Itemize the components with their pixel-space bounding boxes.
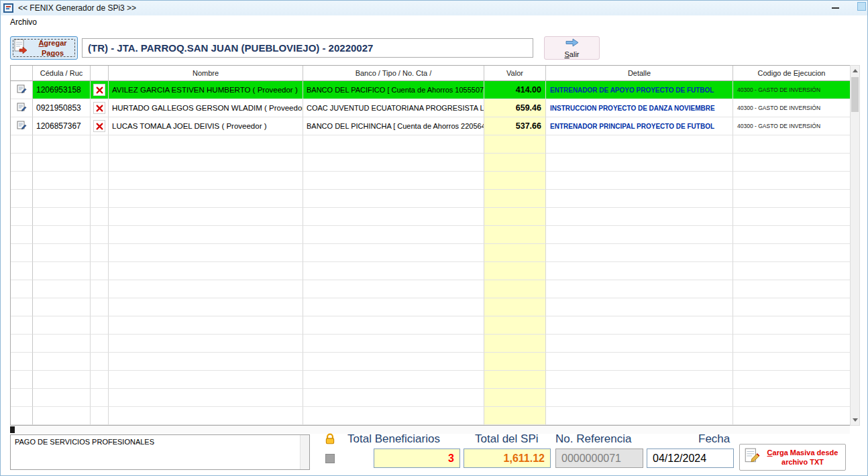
total-spi-label: Total del SPi bbox=[475, 432, 539, 446]
delete-cell bbox=[91, 117, 109, 135]
total-beneficiarios-label: Total Beneficiarios bbox=[347, 432, 440, 446]
table-row[interactable]: 1206857367 LUCAS TOMALA JOEL DEIVIS ( Pr… bbox=[11, 117, 849, 135]
header-cedula: Cédula / Ruc bbox=[33, 66, 91, 81]
add-payments-icon bbox=[13, 39, 28, 58]
table-row[interactable]: 1206953158 AVILEZ GARCIA ESTIVEN HUMBERT… bbox=[11, 81, 849, 99]
gray-indicator-square bbox=[325, 454, 335, 463]
banco-cell: COAC JUVENTUD ECUATORIANA PROGRESISTA LT… bbox=[303, 99, 484, 117]
concepto-text: PAGO DE SERVICIOS PROFESIONALES bbox=[15, 438, 154, 446]
window-control-box[interactable] bbox=[857, 2, 866, 11]
row-selector-cell[interactable] bbox=[11, 99, 33, 117]
total-spi-value: 1,611.12 bbox=[464, 449, 551, 468]
concepto-textarea[interactable]: PAGO DE SERVICIOS PROFESIONALES bbox=[10, 434, 310, 470]
salir-label: Salir bbox=[564, 50, 579, 58]
salir-button[interactable]: Salir bbox=[544, 36, 600, 60]
delete-x-icon bbox=[96, 105, 103, 112]
agregar-pagos-button[interactable]: Agregar Pagos bbox=[10, 36, 78, 60]
vertical-scroll-thumb[interactable] bbox=[851, 77, 859, 112]
scroll-up-icon[interactable] bbox=[851, 66, 859, 76]
vertical-scrollbar[interactable] bbox=[850, 65, 860, 426]
empty-table-row bbox=[11, 172, 849, 190]
edit-record-icon bbox=[17, 102, 27, 115]
table-row[interactable]: 0921950853 HURTADO GALLEGOS GERSON WLADI… bbox=[11, 99, 849, 117]
detalle-cell: ENTRENADOR DE APOYO PROYECTO DE FUTBOL bbox=[546, 81, 733, 99]
grid-body: 1206953158 AVILEZ GARCIA ESTIVEN HUMBERT… bbox=[11, 81, 849, 425]
grid-header: Cédula / Ruc Nombre Banco / Tipo / No. C… bbox=[11, 66, 849, 81]
empty-table-row bbox=[11, 353, 849, 371]
nombre-cell: HURTADO GALLEGOS GERSON WLADIM ( Proveed… bbox=[109, 99, 303, 117]
header-banco: Banco / Tipo / No. Cta / bbox=[303, 66, 484, 81]
delete-row-button[interactable] bbox=[93, 102, 105, 114]
menubar: Archivo bbox=[1, 15, 867, 28]
detalle-cell: INSTRUCCION PROYECTO DE DANZA NOVIEMBRE bbox=[546, 99, 733, 117]
valor-cell: 537.66 bbox=[484, 117, 546, 135]
app-window: << FENIX Generador de SPi3 >> Archivo Ag… bbox=[0, 0, 868, 476]
codigo-cell: 40300 - GASTO DE INVERSIÓN bbox=[733, 99, 851, 117]
delete-cell bbox=[91, 99, 109, 117]
empty-table-row bbox=[11, 262, 849, 280]
banco-cell: BANCO DEL PACIFICO [ Cuenta de Ahorros 1… bbox=[303, 81, 484, 99]
valor-cell: 414.00 bbox=[484, 81, 546, 99]
referencia-label: No. Referencia bbox=[555, 432, 631, 446]
row-selector-cell[interactable] bbox=[11, 81, 33, 99]
empty-table-row bbox=[11, 389, 849, 407]
empty-table-row bbox=[11, 407, 849, 425]
empty-table-row bbox=[11, 280, 849, 298]
horizontal-scroll-thumb[interactable] bbox=[10, 426, 15, 433]
header-delete bbox=[91, 66, 109, 81]
codigo-cell: 40300 - GASTO DE INVERSIÓN bbox=[733, 81, 851, 99]
detalle-cell: ENTRENADOR PRINCIPAL PROYECTO DE FUTBOL bbox=[546, 117, 733, 135]
header-selector bbox=[11, 66, 33, 81]
concepto-scrollbar[interactable] bbox=[300, 435, 309, 469]
delete-x-icon bbox=[96, 123, 103, 130]
empty-table-row bbox=[11, 154, 849, 172]
nombre-cell: LUCAS TOMALA JOEL DEIVIS ( Proveedor ) bbox=[109, 117, 303, 135]
total-beneficiarios-value: 3 bbox=[374, 449, 460, 468]
header-codigo: Codigo de Ejecucion bbox=[733, 66, 851, 81]
referencia-value: 0000000071 bbox=[555, 449, 643, 468]
header-detalle: Detalle bbox=[546, 66, 733, 81]
empty-table-row bbox=[11, 335, 849, 353]
header-valor: Valor bbox=[484, 66, 546, 81]
empty-table-row bbox=[11, 244, 849, 262]
entity-field[interactable] bbox=[82, 38, 533, 58]
fecha-label: Fecha bbox=[698, 432, 730, 446]
delete-cell bbox=[91, 81, 109, 99]
delete-row-button[interactable] bbox=[93, 84, 105, 96]
scroll-down-icon[interactable] bbox=[851, 415, 859, 425]
titlebar: << FENIX Generador de SPi3 >> bbox=[1, 1, 867, 15]
empty-table-row bbox=[11, 135, 849, 154]
empty-table-row bbox=[11, 190, 849, 208]
edit-record-icon bbox=[17, 84, 27, 97]
cedula-cell: 0921950853 bbox=[33, 99, 91, 117]
delete-row-button[interactable] bbox=[93, 120, 105, 132]
cedula-cell: 1206857367 bbox=[33, 117, 91, 135]
banco-cell: BANCO DEL PICHINCHA [ Cuenta de Ahorros … bbox=[303, 117, 484, 135]
edit-record-icon bbox=[17, 120, 27, 133]
delete-x-icon bbox=[96, 86, 103, 94]
empty-table-row bbox=[11, 298, 849, 316]
empty-table-row bbox=[11, 226, 849, 244]
fecha-field[interactable]: 04/12/2024 bbox=[647, 449, 734, 468]
app-icon bbox=[3, 3, 14, 13]
minimize-button[interactable] bbox=[825, 1, 845, 15]
codigo-cell: 40300 - GASTO DE INVERSIÓN bbox=[733, 117, 851, 135]
window-title: << FENIX Generador de SPi3 >> bbox=[18, 3, 136, 13]
carga-masiva-label: Carga Masiva desde archivo TXT bbox=[763, 448, 842, 467]
payments-grid: Cédula / Ruc Nombre Banco / Tipo / No. C… bbox=[10, 65, 850, 426]
carga-masiva-button[interactable]: Carga Masiva desde archivo TXT bbox=[739, 444, 846, 471]
nombre-cell: AVILEZ GARCIA ESTIVEN HUMBERTO ( Proveed… bbox=[109, 81, 303, 99]
exit-arrow-icon bbox=[565, 38, 579, 50]
empty-table-row bbox=[11, 371, 849, 389]
lock-icon bbox=[324, 433, 336, 445]
minimize-icon bbox=[832, 7, 839, 9]
agregar-pagos-label: Agregar Pagos bbox=[31, 38, 74, 58]
empty-table-row bbox=[11, 208, 849, 226]
menu-archivo[interactable]: Archivo bbox=[7, 17, 40, 27]
row-selector-cell[interactable] bbox=[11, 117, 33, 135]
file-pencil-icon bbox=[743, 447, 761, 467]
cedula-cell: 1206953158 bbox=[33, 81, 91, 99]
header-nombre: Nombre bbox=[109, 66, 303, 81]
empty-table-row bbox=[11, 316, 849, 335]
valor-cell: 659.46 bbox=[484, 99, 546, 117]
